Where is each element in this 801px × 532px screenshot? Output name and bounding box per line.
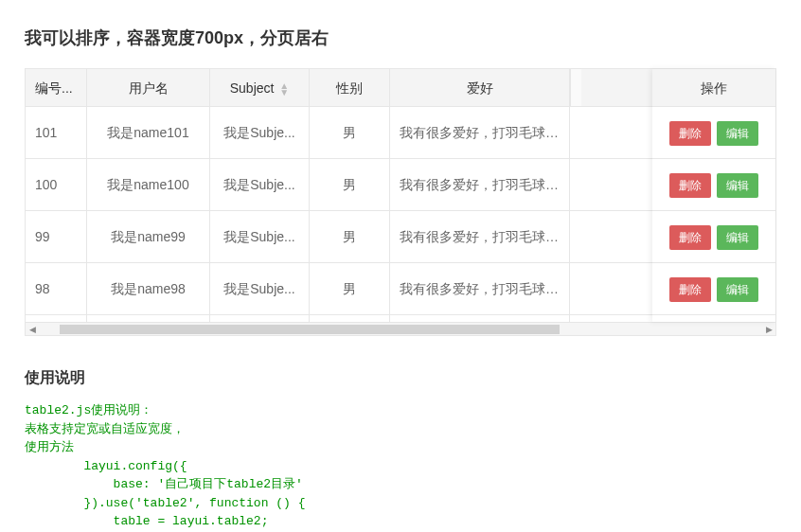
scroll-thumb[interactable] (60, 325, 560, 334)
delete-button[interactable]: 删除 (669, 173, 711, 198)
col-header-username[interactable]: 用户名 (87, 69, 210, 107)
cell-sex: 男 (310, 107, 390, 159)
cell-op: 删除 编辑 (652, 315, 775, 322)
cell-subject: 我是Subje... (210, 211, 310, 263)
cell-id: 101 (26, 107, 87, 159)
table-row: 删除 编辑 (652, 211, 775, 263)
delete-button[interactable]: 删除 (669, 121, 711, 146)
cell-subject: 我是Subje... (210, 315, 310, 322)
delete-button[interactable]: 删除 (669, 277, 711, 302)
cell-id: 98 (26, 263, 87, 315)
edit-button[interactable]: 编辑 (717, 121, 758, 146)
cell-hobby: 我有很多爱好，打羽毛球，打... (390, 159, 570, 211)
horizontal-scrollbar[interactable]: ◀ ▶ (26, 322, 775, 335)
cell-hobby: 我有很多爱好，打羽毛球，打... (390, 315, 570, 322)
table-row: 删除 编辑 (652, 263, 775, 315)
cell-sex: 男 (310, 211, 390, 263)
cell-user: 我是name100 (87, 159, 210, 211)
code-block: table2.js使用说明： 表格支持定宽或自适应宽度， 使用方法 layui.… (25, 401, 776, 532)
table-row: 删除 编辑 (652, 159, 775, 211)
cell-id: 100 (26, 159, 87, 211)
table-row: 删除 编辑 (652, 315, 775, 322)
data-table: 编号... 用户名 Subject ▲▼ 性别 爱好 101 我是name101… (25, 68, 776, 336)
cell-op: 删除 编辑 (652, 211, 775, 263)
cell-op: 删除 编辑 (652, 263, 775, 315)
table-row: 删除 编辑 (652, 107, 775, 159)
col-header-subject-label: Subject (230, 80, 275, 96)
cell-sex: 男 (310, 315, 390, 322)
cell-user: 我是name101 (87, 107, 210, 159)
scroll-left-arrow-icon[interactable]: ◀ (26, 325, 39, 334)
col-header-subject[interactable]: Subject ▲▼ (210, 69, 310, 107)
col-header-id[interactable]: 编号... (26, 69, 87, 107)
cell-op: 删除 编辑 (652, 159, 775, 211)
cell-hobby: 我有很多爱好，打羽毛球，打... (390, 107, 570, 159)
delete-button[interactable]: 删除 (669, 225, 711, 250)
cell-id: 99 (26, 211, 87, 263)
col-header-hobby[interactable]: 爱好 (390, 69, 570, 107)
scroll-track[interactable] (39, 325, 762, 334)
cell-hobby: 我有很多爱好，打羽毛球，打... (390, 211, 570, 263)
col-header-op[interactable]: 操作 (652, 69, 775, 107)
cell-sex: 男 (310, 159, 390, 211)
cell-user: 我是name98 (87, 263, 210, 315)
cell-subject: 我是Subje... (210, 159, 310, 211)
col-header-sex[interactable]: 性别 (310, 69, 390, 107)
edit-button[interactable]: 编辑 (717, 277, 758, 302)
scroll-right-arrow-icon[interactable]: ▶ (762, 325, 775, 334)
fixed-action-column: 操作 删除 编辑 删除 编辑 删除 编辑 (652, 69, 775, 322)
cell-subject: 我是Subje... (210, 107, 310, 159)
cell-user: 我是name99 (87, 211, 210, 263)
instruction-title: 使用说明 (25, 368, 776, 388)
page-title: 我可以排序，容器宽度700px，分页居右 (25, 27, 776, 49)
cell-user: 我是name97 (87, 315, 210, 322)
cell-id: 97 (26, 315, 87, 322)
cell-op: 删除 编辑 (652, 107, 775, 159)
cell-subject: 我是Subje... (210, 263, 310, 315)
cell-hobby: 我有很多爱好，打羽毛球，打... (390, 263, 570, 315)
edit-button[interactable]: 编辑 (717, 173, 758, 198)
cell-sex: 男 (310, 263, 390, 315)
edit-button[interactable]: 编辑 (717, 225, 758, 250)
sort-icon[interactable]: ▲▼ (279, 82, 289, 96)
